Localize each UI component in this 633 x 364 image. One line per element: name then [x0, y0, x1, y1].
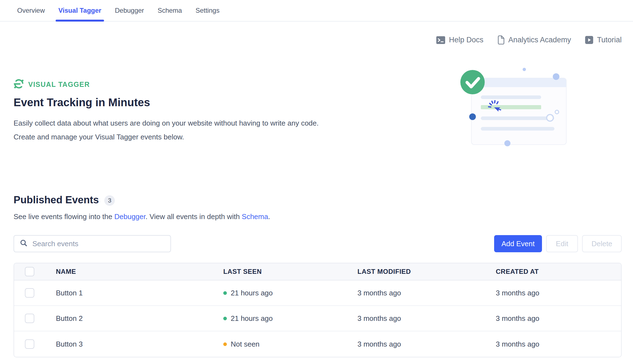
page-title: Event Tracking in Minutes: [14, 96, 150, 109]
last-seen-cell: 21 hours ago: [223, 289, 357, 297]
created-at-cell: 3 months ago: [496, 340, 621, 349]
analytics-academy-link[interactable]: Analytics Academy: [497, 35, 571, 45]
search-input[interactable]: [32, 240, 170, 248]
table-row[interactable]: Button 2 21 hours ago 3 months ago 3 mon…: [14, 306, 621, 331]
hero-illustration: [450, 63, 578, 149]
toolbar-actions: Add Event Edit Delete: [494, 235, 622, 252]
help-docs-label: Help Docs: [449, 36, 484, 44]
select-all-checkbox[interactable]: [25, 267, 34, 276]
section-title: Published Events: [14, 194, 99, 206]
column-header-name: NAME: [56, 268, 223, 275]
table-row[interactable]: Button 1 21 hours ago 3 months ago 3 mon…: [14, 280, 621, 306]
last-seen-text: Not seen: [231, 340, 260, 349]
tutorial-label: Tutorial: [597, 36, 622, 44]
last-modified-cell: 3 months ago: [357, 314, 496, 323]
subtext-middle: . View all events in depth with: [146, 212, 242, 221]
utility-links: Help Docs Analytics Academy Tutorial: [436, 35, 622, 45]
tutorial-link[interactable]: Tutorial: [585, 36, 622, 44]
subtext-after: .: [268, 212, 270, 221]
last-seen-cell: Not seen: [223, 340, 357, 349]
delete-button[interactable]: Delete: [582, 235, 622, 252]
column-header-last-seen: LAST SEEN: [223, 268, 357, 275]
events-table: NAME LAST SEEN LAST MODIFIED CREATED AT …: [14, 263, 622, 357]
table-row[interactable]: Button 3 Not seen 3 months ago 3 months …: [14, 331, 621, 357]
tab-visual-tagger[interactable]: Visual Tagger: [58, 0, 101, 21]
row-checkbox[interactable]: [25, 339, 34, 349]
search-box: [14, 235, 171, 252]
row-checkbox[interactable]: [25, 288, 34, 298]
help-docs-link[interactable]: Help Docs: [436, 36, 484, 44]
event-name-cell: Button 1: [56, 289, 223, 297]
event-name-cell: Button 3: [56, 340, 223, 349]
last-seen-text: 21 hours ago: [231, 289, 273, 297]
hero-description: Easily collect data about what users are…: [14, 116, 319, 144]
event-count-badge: 3: [104, 195, 115, 206]
row-checkbox[interactable]: [25, 314, 34, 323]
search-icon: [20, 239, 28, 248]
file-icon: [497, 35, 505, 45]
add-event-button[interactable]: Add Event: [494, 235, 542, 252]
top-nav: Overview Visual Tagger Debugger Schema S…: [0, 0, 633, 22]
status-dot: [223, 291, 227, 295]
tab-settings[interactable]: Settings: [196, 0, 220, 21]
column-header-last-modified: LAST MODIFIED: [357, 268, 496, 275]
tab-debugger[interactable]: Debugger: [115, 0, 144, 21]
edit-button[interactable]: Edit: [546, 235, 578, 252]
schema-link[interactable]: Schema: [242, 212, 268, 221]
check-circle-icon: [460, 70, 485, 94]
status-dot: [223, 317, 227, 320]
last-modified-cell: 3 months ago: [357, 289, 496, 297]
debugger-link[interactable]: Debugger: [114, 212, 146, 221]
segment-logo-icon: [14, 79, 24, 90]
table-header-row: NAME LAST SEEN LAST MODIFIED CREATED AT: [14, 263, 621, 280]
analytics-academy-label: Analytics Academy: [508, 36, 571, 44]
last-modified-cell: 3 months ago: [357, 340, 496, 349]
column-header-created-at: CREATED AT: [496, 268, 621, 275]
status-dot: [223, 342, 227, 346]
created-at-cell: 3 months ago: [496, 289, 621, 297]
tab-schema[interactable]: Schema: [158, 0, 182, 21]
created-at-cell: 3 months ago: [496, 314, 621, 323]
hero-description-line-1: Easily collect data about what users are…: [14, 116, 319, 130]
subtext-before: See live events flowing into the: [14, 212, 114, 221]
play-icon: [585, 36, 593, 44]
hero-eyebrow-row: VISUAL TAGGER: [14, 79, 90, 90]
last-seen-cell: 21 hours ago: [223, 314, 357, 323]
hero-eyebrow: VISUAL TAGGER: [28, 80, 90, 89]
hero-description-line-2: Create and manage your Visual Tagger eve…: [14, 130, 319, 144]
published-events-header: Published Events 3: [14, 194, 115, 206]
event-name-cell: Button 2: [56, 314, 223, 323]
section-subtext: See live events flowing into the Debugge…: [14, 212, 270, 221]
terminal-icon: [436, 36, 445, 44]
last-seen-text: 21 hours ago: [231, 314, 273, 323]
tab-overview[interactable]: Overview: [17, 0, 45, 21]
